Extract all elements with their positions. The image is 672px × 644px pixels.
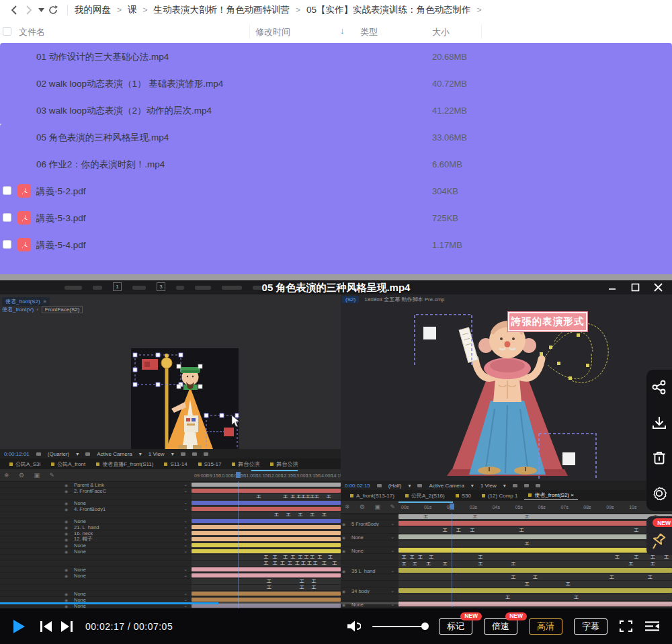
breadcrumb-item[interactable]: 课 xyxy=(128,4,137,16)
ae-timeline-right: 0:00:02:15(Half)▾Active Camera▾1 View▾A_… xyxy=(341,481,672,608)
ae-layer-row: 工工工工工工工工 xyxy=(341,561,672,567)
back-icon[interactable] xyxy=(7,3,22,17)
ae-timeline-left: 0:00:12:01(Quarter)▾Active Camera▾1 View… xyxy=(0,449,341,608)
delete-icon[interactable] xyxy=(651,450,667,466)
download-icon[interactable] xyxy=(651,415,667,431)
player-controls: 00:02:17 / 00:07:05 标记NEW倍速NEW高清字幕 xyxy=(0,608,672,644)
file-row[interactable]: 05 角色表演的三种风格呈现.mp433.06MB xyxy=(0,124,482,151)
new-badge: NEW xyxy=(460,612,482,620)
volume-icon[interactable] xyxy=(346,620,361,633)
file-name[interactable]: 02 walk loop动态表演（1） 基础表演雏形.mp4 xyxy=(36,78,223,90)
column-header-name: 文件名 xyxy=(19,26,45,38)
ae-layer-row: ◉None⌄ xyxy=(0,549,341,555)
ae-layer-row: ◉None⌄ xyxy=(0,542,341,549)
fullscreen-icon[interactable] xyxy=(619,620,633,633)
file-name[interactable]: 講義-5-2.pdf xyxy=(36,186,86,198)
file-row[interactable]: 06 作业2：你的表演时刻！.mp46.60MB xyxy=(0,151,482,177)
time-display: 00:02:17 / 00:07:05 xyxy=(85,621,173,632)
play-button[interactable] xyxy=(13,620,25,633)
column-divider xyxy=(249,24,250,39)
pin-icon[interactable] xyxy=(651,532,667,553)
ae-layer-row: ◉21. L_hand⌄ xyxy=(0,524,341,530)
playlist-icon[interactable] xyxy=(644,620,660,632)
select-all-checkbox[interactable] xyxy=(3,27,11,36)
seek-bar[interactable] xyxy=(0,602,672,604)
ae-left-viewport: 使者_front(S2)≡ 使者_front(V)‹FrontFace(S2) xyxy=(0,294,341,449)
breadcrumb-item[interactable]: 我的网盘 xyxy=(75,4,111,16)
breadcrumb-separator: > xyxy=(143,5,148,15)
breadcrumb-item[interactable]: 05【实作】实战表演训练：角色动态制作 xyxy=(306,4,471,16)
breadcrumb-separator: > xyxy=(117,5,122,15)
sort-desc-icon[interactable]: ↓ xyxy=(340,26,345,36)
file-row[interactable]: 講義-5-2.pdf304KB xyxy=(0,177,482,204)
control-button-高清[interactable]: 高清 xyxy=(529,618,562,635)
file-name[interactable]: 06 作业2：你的表演时刻！.mp4 xyxy=(36,159,165,171)
column-header-modified[interactable]: 修改时间 xyxy=(255,26,290,38)
file-list-header: 文件名 修改时间 ↓ 类型 大小 xyxy=(0,20,672,44)
ae-layer-row: ◉35 L_hand⌄ xyxy=(341,567,672,574)
video-content-top-strip xyxy=(0,274,672,280)
file-row[interactable]: 01 动作设计的三大基础心法.mp420.68MB xyxy=(0,43,482,70)
file-size: 6.60MB xyxy=(432,159,462,169)
ae-viewer-tab: 使者_front(S2)≡ xyxy=(2,297,50,306)
ae-viewer-path: 使者_front(V)‹FrontFace(S2) xyxy=(2,306,83,313)
maximize-icon[interactable] xyxy=(626,280,644,294)
ae-layer-row: 工工 xyxy=(341,594,672,601)
video-player-window: 1 3 05 角色表演的三种风格呈现.mp4 xyxy=(0,274,672,644)
ae-comp-tab: S11-14 xyxy=(160,460,191,468)
previous-button[interactable] xyxy=(40,620,53,633)
divider xyxy=(67,5,68,15)
control-button-标记[interactable]: 标记NEW xyxy=(439,618,472,635)
minimize-icon[interactable] xyxy=(603,280,621,294)
ae-layer-row: ◉16. neck⌄ xyxy=(0,530,341,536)
file-size: 20.68MB xyxy=(432,52,467,62)
file-list: 01 动作设计的三大基础心法.mp420.68MB02 walk loop动态表… xyxy=(0,43,672,258)
ae-layer-row: 工 xyxy=(341,540,672,547)
video-frame[interactable]: 1 3 05 角色表演的三种风格呈现.mp4 xyxy=(0,274,672,608)
window-controls xyxy=(603,280,667,294)
ae-layer-row: ◉2. FrontFaceC⌄ xyxy=(0,488,341,494)
ae-layer-row: ◉None⌄ xyxy=(0,591,341,597)
refresh-icon[interactable] xyxy=(46,3,60,17)
file-checkbox[interactable] xyxy=(3,186,11,195)
control-button-倍速[interactable]: 倍速NEW xyxy=(484,618,517,635)
ae-layer-row: 工工 xyxy=(341,581,672,588)
ae-comp-tab: S30 xyxy=(452,492,475,499)
file-checkbox[interactable] xyxy=(3,240,11,249)
file-row[interactable]: 02 walk loop动态表演（1） 基础表演雏形.mp440.72MB xyxy=(0,70,482,97)
forward-icon[interactable] xyxy=(22,3,36,17)
ae-layer-row: ◉None⌄ xyxy=(0,500,341,506)
ae-comp-tab: 公民A_front xyxy=(47,460,89,469)
column-header-size: 大小 xyxy=(432,26,450,38)
file-row[interactable]: 03 walk loop动态表演（2）动作的层次.mp441.22MB xyxy=(0,97,482,124)
file-name[interactable]: 03 walk loop动态表演（2）动作的层次.mp4 xyxy=(36,105,212,117)
side-action-rail xyxy=(646,370,672,511)
volume-slider[interactable] xyxy=(372,622,427,631)
breadcrumb-item[interactable]: 生动表演大剖析！角色动画特训营 xyxy=(154,4,290,16)
file-name[interactable]: 講義-5-4.pdf xyxy=(36,239,86,251)
ae-layer-rows: 工工工工◉5 FrontBody⌄工工工工工工工◉None⌄工◉None⌄工工工… xyxy=(341,514,672,608)
top-navigation-bar: 我的网盘>课>生动表演大剖析！角色动画特训营>05【实作】实战表演训练：角色动态… xyxy=(0,0,672,20)
ae-layer-row: 工工工工 xyxy=(341,514,672,520)
file-name[interactable]: 05 角色表演的三种风格呈现.mp4 xyxy=(36,132,169,144)
file-size: 40.72MB xyxy=(432,79,467,89)
ae-comp-tabs: 公民A_S3l公民A_front使者直播F_front(S11)S11-14S1… xyxy=(0,458,341,469)
control-button-字幕[interactable]: 字幕 xyxy=(574,618,607,635)
ae-layer-row: 工工工 xyxy=(0,585,341,591)
file-row[interactable]: 講義-5-3.pdf725KB xyxy=(0,204,482,231)
next-button[interactable] xyxy=(60,620,73,633)
share-icon[interactable] xyxy=(651,379,667,395)
ae-layer-rows: ◉Parent & Link⌄◉2. FrontFaceC⌄工工工工工工工工工◉… xyxy=(0,482,341,608)
ae-comp-tabs: A_front(S13-17)公民A_2(S16)S30(12) Comp 1使… xyxy=(341,490,672,501)
history-caret-icon[interactable] xyxy=(36,3,46,17)
ae-comp-tab: S15-17 xyxy=(194,460,226,468)
close-icon[interactable] xyxy=(649,280,667,294)
column-divider xyxy=(481,24,482,39)
new-badge: NEW xyxy=(505,612,527,620)
file-name[interactable]: 講義-5-3.pdf xyxy=(36,212,86,225)
file-checkbox[interactable] xyxy=(3,213,11,222)
record-icon[interactable] xyxy=(651,485,667,501)
file-name[interactable]: 01 动作设计的三大基础心法.mp4 xyxy=(36,51,169,63)
ae-layer-row: ◉None⌄ xyxy=(341,547,672,554)
file-row[interactable]: 講義-5-4.pdf1.17MB xyxy=(0,231,482,258)
